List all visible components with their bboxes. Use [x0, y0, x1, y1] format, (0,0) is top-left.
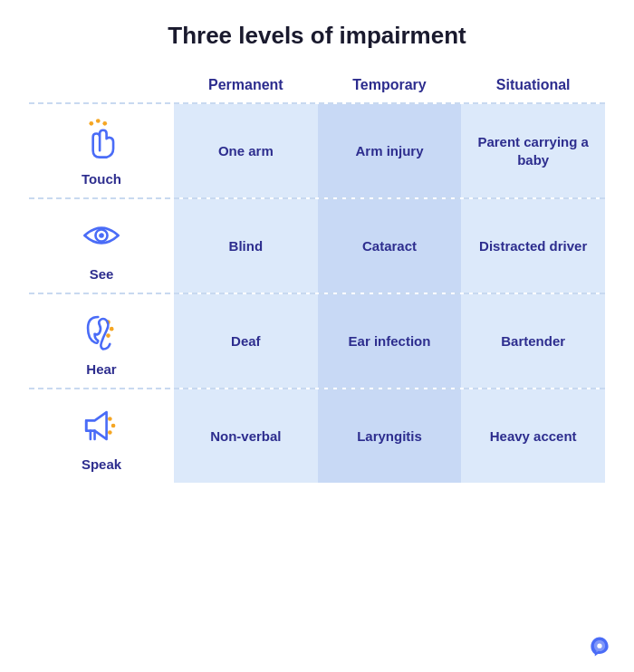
table-row: Touch One arm Arm injury Parent carrying… — [29, 102, 605, 197]
touch-icon — [76, 115, 127, 166]
see-icon — [76, 210, 127, 261]
see-temporary: Cataract — [318, 199, 462, 293]
col-header-temporary: Temporary — [318, 72, 462, 102]
see-situational: Distracted driver — [461, 199, 605, 293]
svg-point-11 — [108, 430, 112, 435]
row-label-hear: Hear — [29, 294, 174, 388]
speak-permanent: Non-verbal — [174, 389, 318, 483]
see-permanent: Blind — [174, 199, 318, 293]
svg-point-7 — [110, 327, 114, 331]
row-label-text: Hear — [86, 361, 116, 377]
brand-logo — [587, 634, 612, 659]
svg-point-8 — [106, 333, 110, 338]
touch-temporary: Arm injury — [318, 104, 462, 197]
touch-permanent: One arm — [174, 104, 318, 197]
svg-point-16 — [597, 644, 601, 648]
hear-permanent: Deaf — [174, 294, 318, 388]
impairment-table: Permanent Temporary Situational Touch On… — [29, 72, 605, 483]
row-label-see: See — [29, 199, 174, 293]
row-label-text: See — [90, 266, 114, 282]
svg-point-1 — [96, 119, 101, 123]
table-row: See Blind Cataract Distracted driver — [29, 197, 605, 293]
row-label-text: Touch — [82, 171, 121, 187]
page-title: Three levels of impairment — [168, 22, 466, 50]
svg-point-5 — [98, 232, 101, 235]
table-header: Permanent Temporary Situational — [29, 72, 605, 102]
table-row: Hear Deaf Ear infection Bartender — [29, 293, 605, 388]
speak-icon — [76, 400, 127, 451]
svg-point-0 — [89, 121, 93, 126]
speak-situational: Heavy accent — [461, 389, 605, 483]
svg-point-2 — [102, 121, 107, 126]
svg-point-9 — [108, 417, 112, 421]
svg-point-10 — [111, 424, 116, 428]
hear-temporary: Ear infection — [318, 294, 462, 388]
row-label-text: Speak — [82, 456, 121, 472]
row-label-touch: Touch — [29, 104, 174, 197]
speak-temporary: Laryngitis — [318, 389, 462, 483]
touch-situational: Parent carrying a baby — [461, 104, 605, 197]
row-label-speak: Speak — [29, 389, 174, 483]
table-row: Speak Non-verbal Laryngitis Heavy accent — [29, 388, 605, 483]
col-header-permanent: Permanent — [174, 72, 318, 102]
hear-icon — [76, 305, 127, 356]
hear-situational: Bartender — [461, 294, 605, 388]
col-header-situational: Situational — [461, 72, 605, 102]
svg-marker-12 — [86, 412, 106, 439]
